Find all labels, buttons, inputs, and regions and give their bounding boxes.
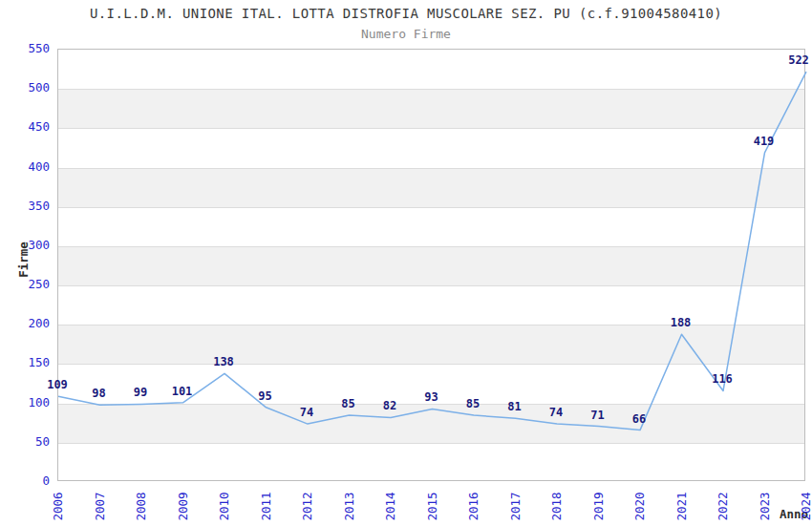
x-tick-label: 2010 [218,492,230,522]
x-tick-label: 2007 [93,492,105,522]
plot-area [57,49,805,481]
value-label: 82 [383,399,396,412]
x-tick-label: 2006 [52,492,64,522]
x-tick-label: 2018 [550,492,563,522]
value-label: 116 [712,372,733,386]
y-tick-label: 100 [2,396,50,410]
y-tick-label: 250 [2,278,50,291]
x-tick-label: 2013 [342,492,354,522]
value-label: 109 [47,378,68,391]
value-label: 98 [92,387,105,400]
x-tick-label: 2021 [674,492,687,522]
value-label: 71 [590,409,604,422]
y-tick-label: 150 [2,356,50,369]
value-label: 74 [300,406,313,419]
y-tick-label: 50 [2,435,50,449]
x-tick-label: 2023 [758,492,770,522]
y-tick-label: 200 [2,317,50,330]
value-label: 66 [632,412,646,426]
y-tick-label: 300 [2,239,50,252]
value-label: 138 [213,355,234,368]
value-label: 95 [258,389,271,403]
value-label: 419 [754,135,775,148]
data-line-svg [58,50,806,482]
chart-title: U.I.L.D.M. UNIONE ITAL. LOTTA DISTROFIA … [0,6,812,21]
value-label: 101 [172,385,193,398]
data-line [58,72,806,430]
x-tick-label: 2011 [259,492,271,522]
value-label: 522 [788,53,809,67]
chart-subtitle: Numero Firme [0,27,812,41]
x-tick-label: 2020 [633,492,646,522]
y-tick-label: 450 [2,120,50,134]
x-tick-label: 2022 [716,492,729,522]
x-tick-label: 2008 [135,492,147,522]
value-label: 99 [134,386,147,399]
x-tick-label: 2012 [301,492,313,522]
y-tick-label: 550 [2,42,50,55]
value-label: 85 [466,397,480,410]
chart-canvas: U.I.L.D.M. UNIONE ITAL. LOTTA DISTROFIA … [0,0,812,525]
x-tick-label: 2019 [591,492,604,522]
x-tick-label: 2017 [508,492,521,522]
x-tick-label: 2024 [800,492,812,522]
y-tick-label: 350 [2,200,50,213]
x-tick-label: 2009 [176,492,188,522]
x-tick-label: 2015 [425,492,438,522]
x-tick-label: 2016 [467,492,480,522]
x-tick-label: 2014 [384,492,396,522]
y-tick-label: 0 [2,474,50,488]
y-tick-label: 400 [2,160,50,174]
value-label: 188 [671,316,692,329]
value-label: 85 [341,397,354,410]
value-label: 81 [507,400,521,413]
y-tick-label: 500 [2,81,50,94]
value-label: 74 [549,406,563,419]
value-label: 93 [424,390,438,404]
